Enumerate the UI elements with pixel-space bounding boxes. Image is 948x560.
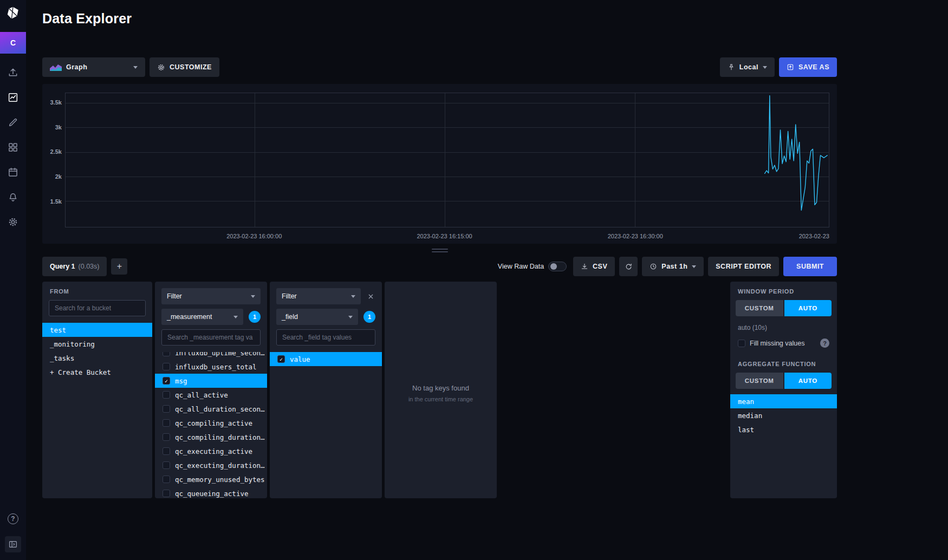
filter-type-dropdown[interactable]: Filter xyxy=(276,288,361,304)
query-bar: Query 1 (0.03s) + View Raw Data CSV xyxy=(42,257,837,276)
plot-area xyxy=(65,93,829,227)
measurement-list-item[interactable]: qc_all_active xyxy=(155,388,267,402)
toggle-knob xyxy=(550,263,557,270)
export-icon xyxy=(787,63,794,71)
field-value-checkbox[interactable] xyxy=(277,355,285,363)
bucket-list-item[interactable]: _monitoring xyxy=(42,337,152,351)
measurement-checkbox[interactable] xyxy=(163,433,170,441)
handle-bar xyxy=(432,251,448,252)
measurement-list-item[interactable]: qc_compiling_active xyxy=(155,416,267,430)
view-raw-data-toggle[interactable] xyxy=(548,262,567,271)
measurement-checkbox[interactable] xyxy=(163,490,170,497)
field-value-list[interactable]: value xyxy=(270,352,382,498)
measurement-list-item[interactable]: qc_executing_active xyxy=(155,444,267,458)
edit-pencil-icon[interactable] xyxy=(8,117,18,128)
window-custom-button[interactable]: CUSTOM xyxy=(736,300,783,316)
measurement-checkbox[interactable] xyxy=(163,461,170,469)
bucket-list-item[interactable]: + Create Bucket xyxy=(42,365,152,379)
selected-count-badge: 1 xyxy=(363,311,375,323)
aggregate-function-item[interactable]: mean xyxy=(730,394,837,408)
tag-key-dropdown-measurement[interactable]: _measurement xyxy=(161,309,243,325)
tag-key-dropdown-field[interactable]: _field xyxy=(276,309,358,325)
window-auto-button[interactable]: AUTO xyxy=(784,300,832,316)
save-as-button[interactable]: SAVE AS xyxy=(779,57,837,77)
measurement-checkbox[interactable] xyxy=(163,405,170,413)
y-tick-label: 3k xyxy=(55,124,62,131)
measurement-list-item[interactable]: qc_queueing_active xyxy=(155,486,267,498)
measurement-search-input[interactable] xyxy=(161,329,261,346)
org-avatar[interactable]: C xyxy=(0,32,26,54)
bucket-name: test xyxy=(50,326,66,334)
measurement-list-item[interactable]: msg xyxy=(155,374,267,388)
time-range-dropdown[interactable]: Past 1h xyxy=(642,257,704,276)
aggregate-custom-button[interactable]: CUSTOM xyxy=(736,373,783,389)
query-tab[interactable]: Query 1 (0.03s) xyxy=(42,257,107,276)
local-label: Local xyxy=(739,63,758,71)
add-query-button[interactable]: + xyxy=(111,258,127,275)
measurement-checkbox[interactable] xyxy=(163,391,170,399)
bucket-list-item[interactable]: test xyxy=(42,323,152,337)
aggregate-function-header: AGGREGATE FUNCTION xyxy=(738,361,829,367)
bucket-list-item[interactable]: _tasks xyxy=(42,351,152,365)
y-tick-label: 2.5k xyxy=(50,148,62,155)
help-tooltip-icon[interactable]: ? xyxy=(820,338,829,348)
fill-missing-checkbox[interactable] xyxy=(738,340,745,347)
local-dropdown[interactable]: Local xyxy=(720,57,775,77)
measurement-list-item[interactable]: influxdb_uptime_secon… xyxy=(155,352,267,360)
from-header: FROM xyxy=(50,288,145,295)
tasks-calendar-icon[interactable] xyxy=(8,167,18,178)
chevron-down-icon xyxy=(251,295,255,298)
measurement-checkbox[interactable] xyxy=(163,352,170,356)
script-editor-button[interactable]: SCRIPT EDITOR xyxy=(708,257,779,276)
measurement-checkbox[interactable] xyxy=(163,419,170,427)
save-as-label: SAVE AS xyxy=(798,63,829,71)
handle-bar xyxy=(432,249,448,250)
query-tab-name: Query 1 xyxy=(50,263,75,270)
measurement-name: qc_executing_duration… xyxy=(175,461,265,470)
dashboards-grid-icon[interactable] xyxy=(8,142,18,153)
aggregate-function-item[interactable]: median xyxy=(730,408,837,422)
measurement-list-item[interactable]: qc_compiling_duration… xyxy=(155,430,267,444)
resize-handle[interactable] xyxy=(42,244,837,257)
csv-label: CSV xyxy=(593,263,607,270)
filter-type-dropdown[interactable]: Filter xyxy=(161,288,261,304)
remove-filter-close-icon[interactable] xyxy=(366,292,375,301)
aggregate-function-name: mean xyxy=(738,398,754,406)
measurement-checkbox[interactable] xyxy=(163,377,170,385)
data-explorer-graph-icon[interactable] xyxy=(8,92,18,103)
query-options-panel: WINDOW PERIOD CUSTOM AUTO auto (10s) Fil… xyxy=(730,282,837,498)
measurement-checkbox[interactable] xyxy=(163,476,170,483)
bucket-list: test _monitoring _tasks + Create Bucket xyxy=(42,323,152,498)
csv-download-button[interactable]: CSV xyxy=(573,257,615,276)
pin-icon xyxy=(728,63,735,71)
bucket-name: _monitoring xyxy=(50,340,95,348)
field-search-input[interactable] xyxy=(276,329,375,346)
chevron-down-icon xyxy=(351,295,355,298)
submit-button[interactable]: SUBMIT xyxy=(783,257,837,276)
upload-icon[interactable] xyxy=(8,67,18,78)
bucket-search-input[interactable] xyxy=(49,300,146,316)
measurement-list-item[interactable]: qc_memory_unused_bytes xyxy=(155,472,267,486)
aggregate-function-item[interactable]: last xyxy=(730,422,837,437)
measurement-checkbox[interactable] xyxy=(163,447,170,455)
refresh-button[interactable] xyxy=(619,257,638,276)
measurement-list-item[interactable]: qc_all_duration_secon… xyxy=(155,402,267,416)
x-tick-label: 2023-02-23 16:30:00 xyxy=(608,233,663,239)
settings-gear-icon[interactable] xyxy=(8,217,18,227)
y-tick-label: 3.5k xyxy=(50,99,62,106)
customize-button[interactable]: CUSTOMIZE xyxy=(150,57,219,77)
visualization-type-label: Graph xyxy=(66,63,87,71)
aggregate-function-name: last xyxy=(738,426,754,434)
measurement-list-item[interactable]: qc_executing_duration… xyxy=(155,458,267,472)
aggregate-auto-button[interactable]: AUTO xyxy=(784,373,832,389)
alerts-bell-icon[interactable] xyxy=(8,192,18,203)
collapse-sidebar-icon[interactable] xyxy=(5,536,21,552)
measurement-checkbox[interactable] xyxy=(163,363,170,370)
visualization-type-dropdown[interactable]: Graph xyxy=(42,57,145,77)
influxdb-logo-icon[interactable] xyxy=(0,0,26,26)
measurement-name: qc_queueing_active xyxy=(175,490,248,498)
measurement-list-item[interactable]: influxdb_users_total xyxy=(155,360,267,374)
help-icon[interactable]: ? xyxy=(8,513,18,524)
measurement-list[interactable]: influxdb_uptime_secon… influxdb_users_to… xyxy=(155,352,267,498)
field-value-list-item[interactable]: value xyxy=(270,352,382,366)
